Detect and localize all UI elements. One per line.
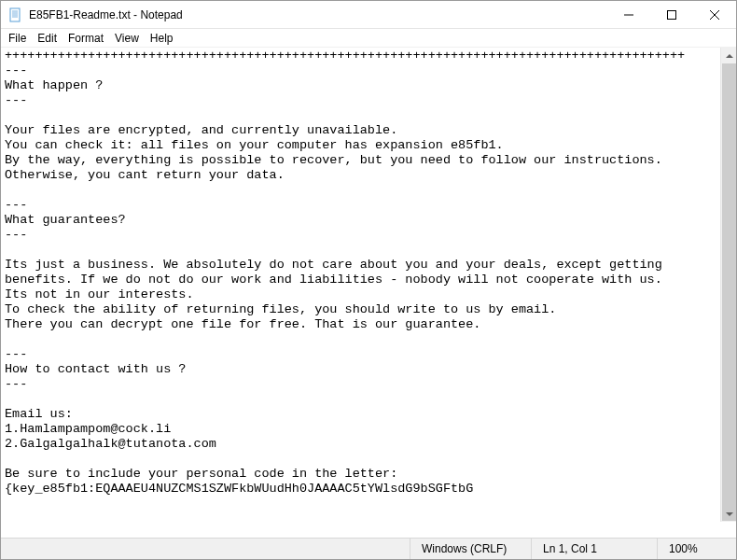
titlebar: E85FB1-Readme.txt - Notepad: [1, 1, 736, 29]
minimize-button[interactable]: [607, 1, 650, 29]
text-content[interactable]: ++++++++++++++++++++++++++++++++++++++++…: [1, 48, 736, 538]
svg-marker-9: [726, 54, 733, 58]
editor-area: ++++++++++++++++++++++++++++++++++++++++…: [1, 48, 736, 538]
menu-help[interactable]: Help: [145, 30, 179, 47]
window-controls: [607, 1, 736, 29]
menu-view[interactable]: View: [109, 30, 145, 47]
scroll-up-icon[interactable]: [721, 48, 736, 63]
notepad-app-icon: [8, 7, 23, 22]
window-title: E85FB1-Readme.txt - Notepad: [29, 8, 607, 21]
status-line-ending: Windows (CRLF): [410, 539, 531, 559]
menu-edit[interactable]: Edit: [32, 30, 63, 47]
scroll-down-icon[interactable]: [721, 506, 736, 522]
menu-file[interactable]: File: [3, 30, 32, 47]
close-button[interactable]: [693, 1, 736, 29]
status-zoom: 100%: [657, 539, 736, 559]
scrollbar-thumb[interactable]: [722, 63, 736, 521]
vertical-scrollbar[interactable]: [720, 48, 736, 522]
statusbar: Windows (CRLF) Ln 1, Col 1 100%: [1, 538, 736, 559]
menubar: File Edit Format View Help: [1, 29, 736, 48]
status-cursor-position: Ln 1, Col 1: [531, 539, 657, 559]
notepad-window: E85FB1-Readme.txt - Notepad File Edit Fo…: [0, 0, 737, 560]
svg-marker-10: [726, 512, 733, 516]
svg-rect-6: [668, 10, 676, 19]
menu-format[interactable]: Format: [63, 30, 109, 47]
maximize-button[interactable]: [650, 1, 693, 29]
